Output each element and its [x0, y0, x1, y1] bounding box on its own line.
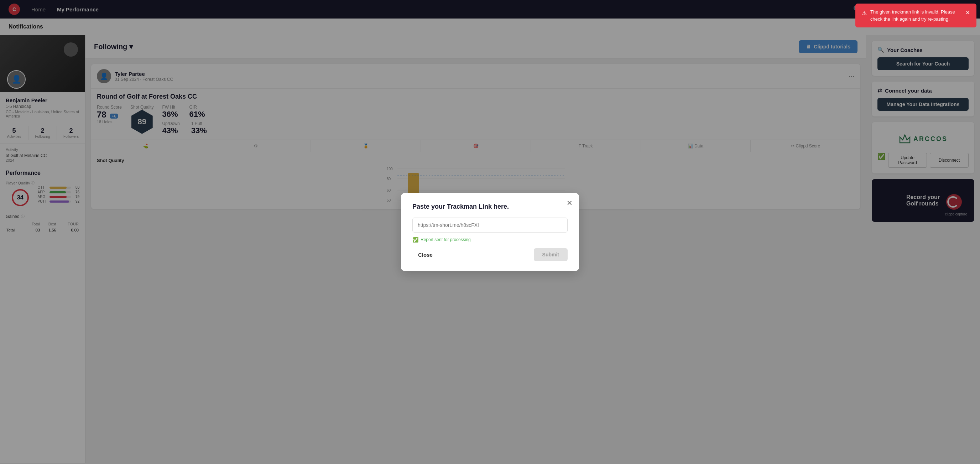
modal-close-x-button[interactable]: ✕: [566, 199, 573, 207]
trackman-modal: Paste your Trackman Link here. ✕ ✅ Repor…: [401, 193, 579, 271]
error-toast: ⚠ The given trackman link is invalid. Pl…: [855, 3, 977, 27]
warning-icon: ⚠: [862, 9, 867, 17]
modal-submit-button[interactable]: Submit: [534, 248, 568, 261]
trackman-link-input[interactable]: [412, 218, 568, 232]
error-toast-close[interactable]: ✕: [966, 8, 970, 17]
modal-actions: Close Submit: [412, 248, 568, 261]
modal-overlay: Paste your Trackman Link here. ✕ ✅ Repor…: [0, 0, 980, 463]
modal-title: Paste your Trackman Link here.: [412, 203, 568, 210]
modal-success-message: ✅ Report sent for processing: [412, 237, 568, 243]
modal-close-button[interactable]: Close: [412, 249, 438, 261]
error-toast-message: The given trackman link is invalid. Plea…: [870, 8, 962, 22]
success-check-icon: ✅: [412, 237, 418, 243]
